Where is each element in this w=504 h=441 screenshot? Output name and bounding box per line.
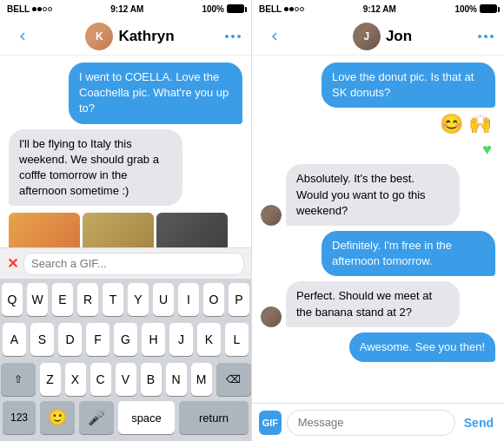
gif-thumb-2[interactable] xyxy=(83,213,154,247)
key-b[interactable]: B xyxy=(141,363,162,396)
sent-bubble: Awesome. See you then! xyxy=(349,332,495,362)
key-t[interactable]: T xyxy=(103,283,123,316)
heart-icon: ♥ xyxy=(482,141,492,159)
key-space[interactable]: space xyxy=(118,401,175,434)
gif-thumbnails xyxy=(9,213,242,247)
received-bubble: I'll be flying to Italy this weekend. We… xyxy=(9,129,182,207)
carrier-right: BELL xyxy=(259,4,282,14)
left-panel: BELL 9:12 AM 100% K Kathryn xyxy=(0,0,252,441)
key-p[interactable]: P xyxy=(229,283,249,316)
contact-name-left: Kathryn xyxy=(118,28,174,45)
key-y[interactable]: Y xyxy=(128,283,149,316)
key-j[interactable]: J xyxy=(169,323,193,356)
key-z[interactable]: Z xyxy=(40,363,61,396)
key-e[interactable]: E xyxy=(52,283,73,316)
small-avatar-jon-2 xyxy=(261,306,282,327)
message-input-bar: GIF Send xyxy=(252,403,504,441)
key-r[interactable]: R xyxy=(77,283,98,316)
carrier-left: BELL xyxy=(7,4,30,14)
key-n[interactable]: N xyxy=(166,363,187,396)
status-left-right: BELL xyxy=(259,4,304,14)
nav-title-right: J Jon xyxy=(353,23,412,50)
back-button-left[interactable] xyxy=(10,24,35,49)
key-d[interactable]: D xyxy=(58,323,82,356)
gif-close-button[interactable]: ✕ xyxy=(7,255,18,272)
signal-left xyxy=(32,7,52,11)
message-row: Awesome. See you then! xyxy=(261,332,495,362)
key-mic[interactable]: 🎤 xyxy=(79,401,114,434)
kb-row-4: 123 🙂 🎤 space return xyxy=(0,398,251,441)
key-u[interactable]: U xyxy=(153,283,174,316)
key-k[interactable]: K xyxy=(197,323,221,356)
gif-button[interactable]: GIF xyxy=(259,411,282,435)
status-left: BELL xyxy=(7,4,52,14)
avatar-jon: J xyxy=(353,23,381,50)
key-return[interactable]: return xyxy=(179,401,249,434)
key-o[interactable]: O xyxy=(203,283,224,316)
nav-header-right: J Jon xyxy=(252,17,504,56)
key-c[interactable]: C xyxy=(90,363,111,396)
sent-bubble: I went to COELLA. Love the Coachella pic… xyxy=(69,63,242,124)
message-row: Perfect. Should we meet at the banana st… xyxy=(261,281,495,326)
sent-bubble: Definitely. I'm free in the afternoon to… xyxy=(322,231,495,276)
gif-search-bar: ✕ xyxy=(0,247,251,279)
status-bar-right: BELL 9:12 AM 100% xyxy=(252,0,504,17)
battery-pct-right: 100% xyxy=(454,4,477,14)
key-f[interactable]: F xyxy=(86,323,109,356)
avatar-kathryn: K xyxy=(85,23,113,50)
status-bar-left: BELL 9:12 AM 100% xyxy=(0,0,251,17)
chat-area-left: I went to COELLA. Love the Coachella pic… xyxy=(0,56,251,247)
sent-bubble: Love the donut pic. Is that at SK donuts… xyxy=(322,63,495,108)
received-bubble: Perfect. Should we meet at the banana st… xyxy=(286,281,460,326)
battery-icon-left xyxy=(227,4,244,13)
right-panel: BELL 9:12 AM 100% J Jon xyxy=(252,0,504,441)
signal-right xyxy=(284,7,304,11)
contact-name-right: Jon xyxy=(386,28,412,45)
battery-icon-right xyxy=(480,4,497,13)
message-row: Definitely. I'm free in the afternoon to… xyxy=(261,231,495,276)
key-shift[interactable]: ⇧ xyxy=(1,363,36,396)
status-right-left: 100% xyxy=(202,4,244,14)
kb-row-3: ⇧ Z X C V B N M ⌫ xyxy=(0,359,251,398)
key-emoji[interactable]: 🙂 xyxy=(40,401,75,434)
heart-row: ♥ xyxy=(261,141,495,159)
kb-row-1: Q W E R T Y U I O P xyxy=(0,279,251,319)
chat-area-right: Love the donut pic. Is that at SK donuts… xyxy=(252,56,504,403)
time-right: 9:12 AM xyxy=(363,4,396,14)
keyboard-left: Q W E R T Y U I O P A S D F G H J K L ⇧ … xyxy=(0,279,251,441)
gif-thumb-3[interactable] xyxy=(156,213,228,247)
battery-pct-left: 100% xyxy=(202,4,224,14)
send-button[interactable]: Send xyxy=(461,412,497,433)
small-avatar-jon-1 xyxy=(261,205,282,226)
key-l[interactable]: L xyxy=(225,323,249,356)
key-w[interactable]: W xyxy=(27,283,48,316)
key-i[interactable]: I xyxy=(178,283,199,316)
gif-search-input[interactable] xyxy=(23,253,244,275)
gif-thumb-1[interactable] xyxy=(9,213,80,247)
message-row-emoji: 😊 🙌 xyxy=(261,113,495,135)
status-right-right: 100% xyxy=(454,4,497,14)
message-row: Absolutely. It's the best. Would you wan… xyxy=(261,164,495,226)
message-row: Love the donut pic. Is that at SK donuts… xyxy=(261,63,495,108)
more-options-left[interactable] xyxy=(225,35,241,38)
key-a[interactable]: A xyxy=(3,323,26,356)
key-s[interactable]: S xyxy=(30,323,54,356)
key-g[interactable]: G xyxy=(114,323,137,356)
nav-title-left: K Kathryn xyxy=(85,23,174,50)
time-left: 9:12 AM xyxy=(110,4,143,14)
key-h[interactable]: H xyxy=(142,323,165,356)
key-v[interactable]: V xyxy=(116,363,136,396)
message-input[interactable] xyxy=(287,410,455,436)
key-m[interactable]: M xyxy=(191,363,212,396)
key-delete[interactable]: ⌫ xyxy=(216,363,251,396)
key-num[interactable]: 123 xyxy=(3,401,36,434)
emoji-bubble: 😊 🙌 xyxy=(440,113,495,135)
more-options-right[interactable] xyxy=(478,35,494,38)
message-row: I went to COELLA. Love the Coachella pic… xyxy=(9,63,242,124)
message-row: I'll be flying to Italy this weekend. We… xyxy=(9,129,242,207)
key-q[interactable]: Q xyxy=(2,283,23,316)
back-button-right[interactable] xyxy=(262,24,287,49)
kb-row-2: A S D F G H J K L xyxy=(0,319,251,359)
key-x[interactable]: X xyxy=(65,363,86,396)
nav-header-left: K Kathryn xyxy=(0,17,251,56)
